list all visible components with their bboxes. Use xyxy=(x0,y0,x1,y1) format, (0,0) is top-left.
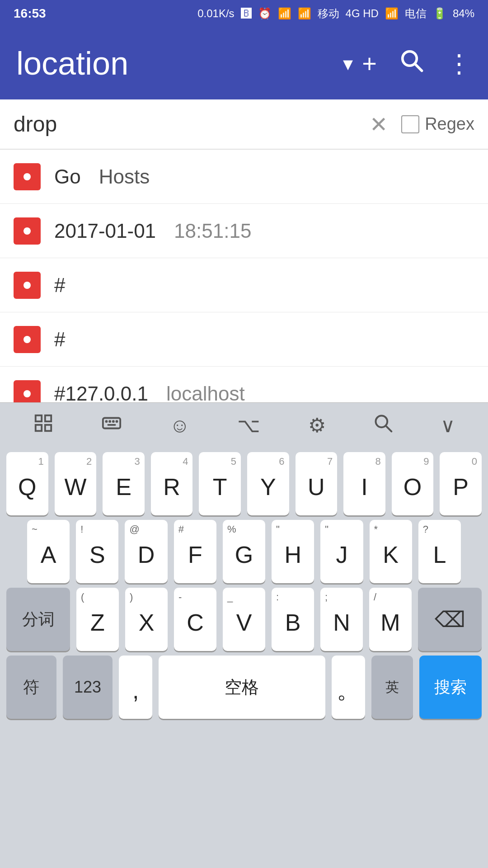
key-x[interactable]: )X xyxy=(125,588,168,651)
kb-settings-icon[interactable]: ⚙ xyxy=(308,414,326,437)
key-y[interactable]: 6Y xyxy=(247,452,289,515)
status-right: 0.01K/s 🅱 ⏰ 📶 📶 移动 4G HD 📶 电信 🔋 84% xyxy=(197,6,474,21)
key-period[interactable]: 。 xyxy=(332,656,365,719)
network-speed: 0.01K/s xyxy=(197,7,234,20)
search-input[interactable] xyxy=(14,112,370,137)
app-title: location xyxy=(16,45,338,82)
key-v[interactable]: _V xyxy=(223,588,265,651)
svg-rect-4 xyxy=(35,425,41,430)
search-clear-button[interactable]: ✕ xyxy=(370,112,388,137)
regex-checkbox[interactable] xyxy=(401,115,419,133)
kb-keyboard-icon[interactable] xyxy=(101,413,122,438)
svg-rect-6 xyxy=(103,418,120,428)
kb-emoji-icon[interactable]: ☺ xyxy=(169,414,190,437)
more-menu-button[interactable]: ⋮ xyxy=(446,49,472,78)
search-button[interactable] xyxy=(399,48,424,79)
key-o[interactable]: 9O xyxy=(392,452,434,515)
battery-icon: 🔋 xyxy=(433,7,446,20)
key-w[interactable]: 2W xyxy=(55,452,97,515)
list-item[interactable]: Go Hosts xyxy=(0,150,488,204)
bt-icon: 🅱 xyxy=(241,7,252,20)
svg-rect-2 xyxy=(35,415,41,421)
key-t[interactable]: 5T xyxy=(199,452,241,515)
item-icon xyxy=(14,217,41,245)
item-text: # xyxy=(54,274,65,297)
key-g[interactable]: %G xyxy=(223,520,265,583)
key-123[interactable]: 123 xyxy=(63,656,113,719)
key-z[interactable]: (Z xyxy=(76,588,119,651)
key-p[interactable]: 0P xyxy=(440,452,482,515)
svg-point-0 xyxy=(403,51,417,66)
key-fu[interactable]: 符 xyxy=(6,656,56,719)
svg-line-1 xyxy=(416,65,422,71)
key-u[interactable]: 7U xyxy=(296,452,338,515)
list-item[interactable]: # xyxy=(0,312,488,367)
key-s[interactable]: !S xyxy=(76,520,118,583)
item-col1: 2017-01-01 xyxy=(54,220,156,242)
key-d[interactable]: @D xyxy=(125,520,167,583)
network-type: 4G HD xyxy=(346,7,379,20)
svg-point-12 xyxy=(375,415,387,427)
signal-icon1: 📶 xyxy=(298,7,311,20)
key-en[interactable]: 英 xyxy=(371,656,413,719)
item-col1: Go xyxy=(54,165,81,188)
carrier1-label: 移动 xyxy=(318,6,339,21)
list-item[interactable]: 2017-01-01 18:51:15 xyxy=(0,204,488,258)
key-c[interactable]: -C xyxy=(174,588,216,651)
battery-pct: 84% xyxy=(453,7,474,20)
item-icon xyxy=(14,163,41,190)
key-space[interactable]: 空格 xyxy=(159,656,325,719)
key-fenci[interactable]: 分词 xyxy=(6,588,70,651)
item-col1: # xyxy=(54,274,65,297)
keyboard-row-4: 符 123 , 空格 。 英 搜索 xyxy=(0,651,488,719)
key-search[interactable]: 搜索 xyxy=(419,656,482,719)
key-r[interactable]: 4R xyxy=(151,452,193,515)
item-icon xyxy=(14,272,41,299)
keyboard-row-3: 分词 (Z )X -C _V :B ;N /M ⌫ xyxy=(0,583,488,651)
keyboard-toolbar: ☺ ⌥ ⚙ ∨ xyxy=(0,402,488,448)
status-time: 16:53 xyxy=(14,6,46,21)
key-e[interactable]: 3E xyxy=(103,452,145,515)
regex-label: Regex xyxy=(425,114,474,134)
alarm-icon: ⏰ xyxy=(258,7,272,20)
status-bar: 16:53 0.01K/s 🅱 ⏰ 📶 📶 移动 4G HD 📶 电信 🔋 84… xyxy=(0,0,488,27)
kb-cursor-icon[interactable]: ⌥ xyxy=(237,414,260,437)
kb-search-icon[interactable] xyxy=(373,413,393,438)
key-m[interactable]: /M xyxy=(369,588,412,651)
key-comma[interactable]: , xyxy=(119,656,152,719)
key-f[interactable]: #F xyxy=(174,520,216,583)
item-icon xyxy=(14,326,41,353)
regex-group: Regex xyxy=(401,114,474,134)
keyboard-row-1: 1Q 2W 3E 4R 5T 6Y 7U 8I 9O 0P xyxy=(0,448,488,515)
list-item[interactable]: # xyxy=(0,258,488,312)
item-col1: #127.0.0.1 xyxy=(54,382,148,405)
item-col2: 18:51:15 xyxy=(174,220,251,242)
key-j[interactable]: "J xyxy=(320,520,363,583)
key-h[interactable]: "H xyxy=(272,520,314,583)
signal-icon2: 📶 xyxy=(385,7,399,20)
keyboard-row-2: ~A !S @D #F %G "H "J *K ?L xyxy=(0,515,488,583)
key-i[interactable]: 8I xyxy=(343,452,385,515)
search-bar: ✕ Regex xyxy=(0,99,488,149)
key-backspace[interactable]: ⌫ xyxy=(418,588,482,651)
dropdown-icon[interactable]: ▾ xyxy=(343,52,353,75)
key-l[interactable]: ?L xyxy=(418,520,461,583)
item-text: # xyxy=(54,328,65,351)
key-b[interactable]: :B xyxy=(272,588,314,651)
wifi-icon: 📶 xyxy=(278,7,291,20)
add-button[interactable]: + xyxy=(362,49,377,78)
kb-collapse-icon[interactable]: ∨ xyxy=(441,414,455,437)
key-n[interactable]: ;N xyxy=(320,588,363,651)
key-k[interactable]: *K xyxy=(370,520,412,583)
item-text: 2017-01-01 18:51:15 xyxy=(54,220,251,242)
svg-rect-3 xyxy=(45,415,51,421)
key-q[interactable]: 1Q xyxy=(6,452,48,515)
app-bar-actions: + ⋮ xyxy=(362,48,472,79)
kb-grid-icon[interactable] xyxy=(33,413,54,438)
item-col2: Hosts xyxy=(99,165,150,188)
item-text: #127.0.0.1 localhost xyxy=(54,382,245,405)
svg-rect-5 xyxy=(45,425,51,430)
svg-line-13 xyxy=(386,426,391,431)
key-a[interactable]: ~A xyxy=(27,520,70,583)
carrier2-label: 电信 xyxy=(405,6,427,21)
